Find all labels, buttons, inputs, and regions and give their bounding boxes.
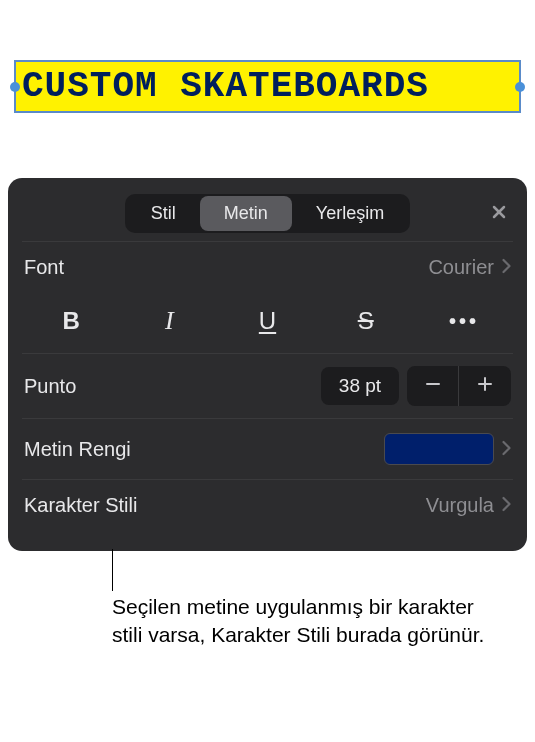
font-row[interactable]: Font Courier <box>22 241 513 293</box>
character-style-value: Vurgula <box>426 494 494 517</box>
character-style-row[interactable]: Karakter Stili Vurgula <box>22 479 513 531</box>
text-color-swatch[interactable] <box>384 433 494 465</box>
tab-text[interactable]: Metin <box>200 196 292 231</box>
size-stepper <box>407 366 511 406</box>
format-panel: Stil Metin Yerleşim Font Courier <box>8 178 527 551</box>
bold-icon: B <box>62 307 79 335</box>
callout-section: Seçilen metine uygulanmış bir karakter s… <box>0 569 535 650</box>
callout-leader-line <box>112 549 113 591</box>
bold-button[interactable]: B <box>22 303 120 339</box>
minus-icon <box>424 375 442 397</box>
underline-button[interactable]: U <box>218 303 316 339</box>
tab-segmented-control: Stil Metin Yerleşim <box>125 194 410 233</box>
close-icon <box>491 204 507 224</box>
chevron-right-icon <box>502 256 511 279</box>
plus-icon <box>476 375 494 397</box>
close-button[interactable] <box>485 200 513 228</box>
canvas-area: CUSTOM SKATEBOARDS <box>0 0 535 170</box>
character-style-label: Karakter Stili <box>24 494 137 517</box>
italic-button[interactable]: I <box>120 303 218 339</box>
text-color-label: Metin Rengi <box>24 438 131 461</box>
more-styles-button[interactable]: ••• <box>415 303 513 339</box>
resize-handle-right[interactable] <box>515 82 525 92</box>
strikethrough-button[interactable]: S <box>317 303 415 339</box>
more-icon: ••• <box>449 310 479 333</box>
font-label: Font <box>24 256 64 279</box>
text-box-content[interactable]: CUSTOM SKATEBOARDS <box>22 66 429 107</box>
panel-header: Stil Metin Yerleşim <box>22 190 513 241</box>
chevron-right-icon <box>502 494 511 517</box>
resize-handle-left[interactable] <box>10 82 20 92</box>
font-value: Courier <box>428 256 494 279</box>
tab-layout[interactable]: Yerleşim <box>292 196 408 231</box>
text-style-row: B I U S ••• <box>22 293 513 353</box>
italic-icon: I <box>165 306 174 336</box>
callout-text: Seçilen metine uygulanmış bir karakter s… <box>0 569 535 650</box>
size-label: Punto <box>24 375 76 398</box>
selected-text-box[interactable]: CUSTOM SKATEBOARDS <box>14 60 521 113</box>
size-value-input[interactable]: 38 pt <box>321 367 399 405</box>
size-increase-button[interactable] <box>459 366 511 406</box>
underline-icon: U <box>259 307 276 335</box>
chevron-right-icon <box>502 438 511 461</box>
size-decrease-button[interactable] <box>407 366 459 406</box>
strikethrough-icon: S <box>358 307 374 335</box>
text-color-row[interactable]: Metin Rengi <box>22 418 513 479</box>
size-row: Punto 38 pt <box>22 353 513 418</box>
tab-style[interactable]: Stil <box>127 196 200 231</box>
